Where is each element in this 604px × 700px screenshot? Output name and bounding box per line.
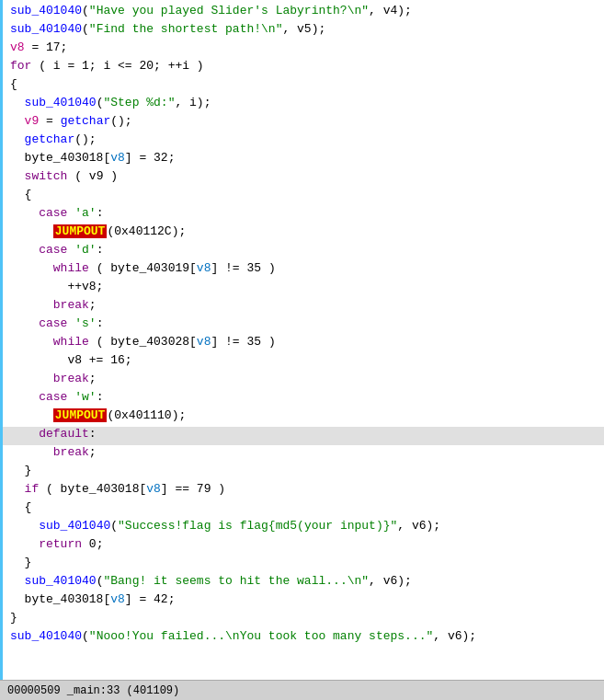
status-text: 00000509 _main:33 (401109)	[7, 684, 179, 697]
code-line-29: sub_401040("Success!flag is flag{md5(you…	[3, 519, 604, 537]
code-line-35: sub_401040("Nooo!You failed...\nYou took…	[3, 629, 604, 648]
code-line-16: ++v8;	[3, 280, 604, 298]
code-line-17: break;	[3, 298, 604, 316]
code-line-9: byte_403018[v8] = 32;	[3, 151, 604, 169]
code-line-23: JUMPOUT(0x401110);	[3, 408, 604, 427]
code-line-31: }	[3, 556, 604, 574]
code-line-33: byte_403018[v8] = 42;	[3, 592, 604, 611]
code-line-5: {	[3, 77, 604, 96]
code-line-15: while ( byte_403019[v8] != 35 )	[3, 261, 604, 280]
code-line-6: sub_401040("Step %d:", i);	[3, 96, 604, 114]
code-line-34: }	[3, 611, 604, 629]
code-line-2: sub_401040("Find the shortest path!\n", …	[3, 22, 604, 40]
code-line-21: break;	[3, 372, 604, 390]
code-line-28: {	[3, 500, 604, 519]
code-line-14: case 'd':	[3, 243, 604, 261]
code-line-20: v8 += 16;	[3, 353, 604, 372]
code-line-1: sub_401040("Have you played Slider's Lab…	[3, 4, 604, 22]
code-line-11: {	[3, 188, 604, 206]
code-line-7: v9 = getchar();	[3, 114, 604, 132]
jumpout-1: JUMPOUT	[53, 224, 108, 238]
code-line-27: if ( byte_403018[v8] == 79 )	[3, 482, 604, 500]
code-line-13: JUMPOUT(0x40112C);	[3, 224, 604, 243]
code-line-10: switch ( v9 )	[3, 169, 604, 188]
code-line-30: return 0;	[3, 537, 604, 556]
code-line-18: case 's':	[3, 316, 604, 335]
jumpout-2: JUMPOUT	[53, 408, 108, 422]
code-line-3: v8 = 17;	[3, 40, 604, 59]
code-line-32: sub_401040("Bang! it seems to hit the wa…	[3, 574, 604, 592]
code-line-19: while ( byte_403028[v8] != 35 )	[3, 335, 604, 353]
code-line-26: }	[3, 464, 604, 482]
code-line-12: case 'a':	[3, 206, 604, 224]
code-line-22: case 'w':	[3, 390, 604, 408]
code-display: sub_401040("Have you played Slider's Lab…	[0, 0, 604, 680]
code-line-25: break;	[3, 445, 604, 464]
code-line-4: for ( i = 1; i <= 20; ++i )	[3, 59, 604, 77]
code-line-24: default:	[3, 427, 604, 445]
code-line-8: getchar();	[3, 132, 604, 151]
status-bar: 00000509 _main:33 (401109)	[0, 680, 604, 700]
